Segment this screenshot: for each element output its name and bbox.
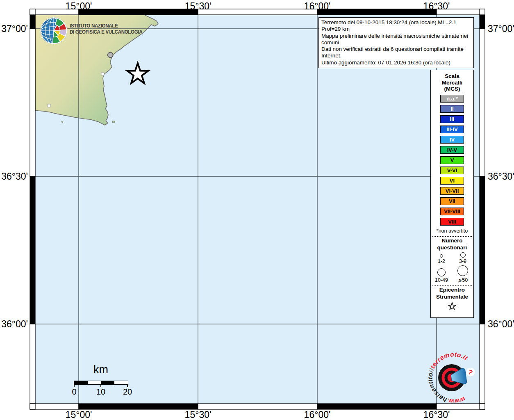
- size-label: 10-49: [435, 277, 448, 283]
- lat-label-left-2: 36°00': [0, 319, 28, 330]
- town-marker: [48, 104, 50, 107]
- size-circle-icon: [440, 254, 443, 258]
- legend-intensity-chip: VIII: [440, 218, 464, 226]
- legend-intensity-chip: VII-VIII: [440, 208, 464, 215]
- legend-intensity-chip: IV-V: [440, 146, 464, 154]
- scalebar-segment: [101, 381, 115, 384]
- legend-intensity-chip: II: [440, 105, 464, 113]
- lat-label-left-1: 36°30': [0, 171, 28, 182]
- scalebar-unit-label: km: [80, 363, 121, 376]
- size-circle-icon: [457, 265, 468, 276]
- chip-label: V: [450, 158, 454, 163]
- epicenter-star-legend-icon: [447, 301, 457, 311]
- scalebar-segment: [114, 381, 128, 384]
- legend-intensity-chip: V-VI: [440, 167, 464, 174]
- scalebar-tick: [74, 384, 75, 387]
- chip-label: VI-VII: [446, 188, 459, 194]
- legend-intensity-chip: n.a.*: [440, 95, 464, 103]
- legend-intensity-chip: III: [440, 115, 464, 123]
- scalebar-tick-label: 20: [123, 387, 132, 397]
- legend-title-line: Scala: [431, 73, 473, 80]
- chip-label: II: [450, 106, 453, 112]
- legend-intensity-chip: IV: [440, 136, 464, 144]
- questionnaire-size-row: 10-49 ⩾50: [431, 265, 473, 283]
- epicenter-title-line: Epicentro: [431, 286, 473, 293]
- chip-label: VII-VIII: [444, 209, 460, 214]
- questionnaire-title-line: Numero: [431, 237, 473, 244]
- chip-label: IV: [450, 137, 455, 142]
- ingv-logo-text: ISTITUTO NAZIONALE DI GEOFISICA E VULCAN…: [70, 23, 142, 35]
- lon-label-top-0: 15°00': [66, 1, 92, 12]
- legend-intensity-chip: III-IV: [440, 126, 464, 133]
- legend-title: Scala Mercalli (MCS): [431, 73, 473, 92]
- lon-label-bottom-3: 16°30': [423, 409, 450, 420]
- lat-label-right-0: 37°00': [488, 23, 514, 34]
- legend-intensity-chip: V: [440, 156, 464, 164]
- legend-title-line: Mercalli: [431, 80, 473, 86]
- scalebar-tick-label: 10: [96, 387, 105, 397]
- lon-label-top-3: 16°30': [423, 1, 450, 12]
- lat-label-right-2: 36°00': [488, 319, 514, 330]
- chip-label: VI: [450, 178, 455, 183]
- size-label: 1-2: [438, 258, 445, 264]
- town-marker: [101, 73, 104, 75]
- questionnaire-count-title: Numero questionari: [431, 237, 473, 251]
- lat-label-right-1: 36°30': [488, 171, 514, 182]
- islet: [112, 121, 115, 123]
- questionnaire-size-item: ⩾50: [452, 265, 473, 283]
- lon-label-bottom-0: 15°00': [66, 409, 92, 420]
- legend-panel: Scala Mercalli (MCS) n.a.* II III III-IV…: [430, 70, 474, 318]
- lon-label-bottom-1: 15°30': [185, 409, 212, 420]
- chip-label: III-IV: [446, 127, 457, 132]
- epicenter-title-line: Strumentale: [431, 293, 473, 300]
- questionnaire-size-item: 10-49: [431, 268, 452, 283]
- legend-intensity-chip: VII: [440, 197, 464, 205]
- info-line-event: Terremoto del 09-10-2015 18:30:24 (ora l…: [321, 19, 471, 33]
- chip-label: VII: [449, 199, 455, 204]
- info-line-map: Mappa preliminare delle intensità macros…: [321, 33, 471, 46]
- lon-label-top-2: 16°00': [304, 1, 331, 12]
- scalebar-segment: [74, 381, 88, 384]
- haisentitoilterremoto-logo: ? www.haisentitoilterremoto.it: [421, 347, 482, 408]
- chip-label: VIII: [448, 219, 456, 224]
- chip-label: V-VI: [447, 168, 457, 173]
- questionnaire-size-item: 3-9: [452, 252, 473, 264]
- size-circle-icon: [460, 252, 466, 258]
- lon-label-bottom-2: 16°00': [304, 409, 331, 420]
- ingv-globe-icon: [40, 17, 68, 45]
- legend-title-line: (MCS): [431, 86, 473, 92]
- community-dot: [108, 52, 113, 58]
- url-www: www.: [446, 395, 466, 405]
- islet-small: [61, 121, 63, 123]
- questionnaire-title-line: questionari: [431, 244, 473, 251]
- legend-footnote: *non avvertito: [431, 228, 473, 234]
- scalebar-tick: [127, 384, 128, 387]
- ingv-name-line1: ISTITUTO NAZIONALE: [70, 23, 142, 29]
- epicenter-legend-title: Epicentro Strumentale: [431, 286, 473, 300]
- questionnaire-size-item: 1-2: [431, 254, 452, 264]
- chip-label: IV-V: [447, 147, 457, 153]
- legend-intensity-chip: VI: [440, 177, 464, 185]
- info-line-data: Dati non verificati estratti da 6 questi…: [321, 46, 471, 59]
- size-circle-icon: [437, 268, 446, 276]
- lon-label-top-1: 15°30': [185, 1, 212, 12]
- questionnaire-size-row: 1-2 3-9: [431, 252, 473, 264]
- scalebar-tick-label: 0: [72, 387, 76, 397]
- legend-intensity-chip: VI-VII: [440, 187, 464, 195]
- macroseismic-intensity-map-page: 15°00' 15°30' 16°00' 16°30' 15°00' 15°30…: [0, 0, 514, 420]
- chip-label: III: [450, 116, 455, 122]
- earthquake-info-box: Terremoto del 09-10-2015 18:30:24 (ora l…: [318, 17, 474, 68]
- lat-label-left-0: 37°00': [0, 23, 28, 34]
- info-line-updated: Ultimo aggiornamento: 07-01-2026 16:30 (…: [321, 59, 471, 66]
- ingv-name-line2: DI GEOFISICA E VULCANOLOGIA: [70, 29, 142, 35]
- chip-label: n.a.*: [446, 96, 457, 101]
- scalebar-tick: [100, 384, 101, 387]
- scalebar-segment: [88, 381, 101, 384]
- size-label: ⩾50: [458, 277, 468, 283]
- size-label: 3-9: [459, 258, 466, 264]
